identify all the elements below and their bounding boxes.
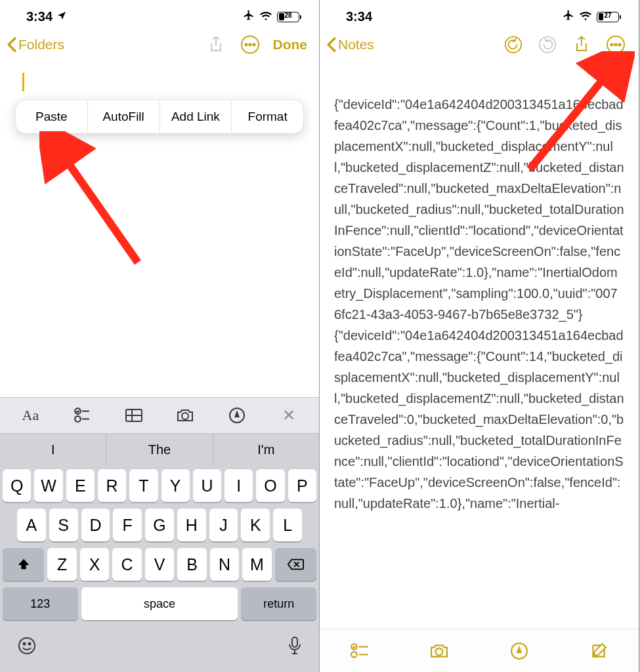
suggestion-2[interactable]: The: [106, 434, 213, 465]
dictation-button[interactable]: [288, 636, 302, 660]
key-h[interactable]: H: [177, 509, 206, 541]
paste-button[interactable]: Paste: [16, 100, 88, 133]
key-w[interactable]: W: [34, 469, 62, 502]
wifi-icon: [579, 9, 592, 24]
back-button[interactable]: Folders: [7, 37, 64, 52]
return-key[interactable]: return: [241, 587, 316, 620]
svg-point-22: [540, 37, 555, 52]
svg-point-1: [245, 43, 247, 45]
shift-key[interactable]: [3, 548, 44, 581]
suggestions-bar: I The I'm: [0, 434, 319, 465]
key-m[interactable]: M: [242, 548, 271, 581]
note-content[interactable]: {"deviceId":"04e1a642404d200313451a164ec…: [320, 62, 639, 514]
key-t[interactable]: T: [129, 469, 158, 502]
svg-point-13: [182, 413, 188, 419]
formatting-bar: Aa ✕: [0, 397, 319, 434]
key-k[interactable]: K: [241, 509, 270, 541]
nav-bar: Notes: [320, 28, 639, 62]
key-f[interactable]: F: [113, 509, 142, 541]
camera-button[interactable]: [425, 637, 454, 665]
phone-left: 3:34 28 Folders: [0, 0, 320, 672]
key-d[interactable]: D: [81, 509, 110, 541]
key-j[interactable]: J: [209, 509, 238, 541]
back-label: Notes: [338, 37, 374, 52]
key-i[interactable]: I: [224, 469, 253, 502]
status-bar: 3:34 27: [320, 0, 639, 28]
airplane-mode-icon: [563, 9, 574, 24]
key-row-2: ASDFGHJKL: [3, 509, 316, 541]
airplane-mode-icon: [243, 9, 255, 24]
checklist-button[interactable]: [345, 637, 374, 665]
more-button[interactable]: [239, 33, 261, 56]
keyboard: Aa ✕ I The I'm QWERTYUIOP ASDFGHJKL: [0, 397, 319, 672]
annotation-arrow: [39, 131, 158, 276]
suggestion-3[interactable]: I'm: [213, 434, 319, 465]
key-r[interactable]: R: [98, 469, 126, 502]
back-label: Folders: [18, 37, 64, 52]
context-menu: Paste AutoFill Add Link Format: [16, 100, 303, 133]
key-e[interactable]: E: [66, 469, 95, 502]
redo-button[interactable]: [536, 33, 559, 56]
share-button[interactable]: [205, 33, 227, 56]
done-button[interactable]: Done: [273, 37, 308, 52]
text-cursor: [22, 73, 24, 91]
svg-rect-20: [292, 637, 297, 647]
battery-icon: 28: [277, 12, 299, 22]
text-style-button[interactable]: Aa: [5, 402, 56, 429]
svg-point-24: [610, 43, 612, 45]
key-row-1: QWERTYUIOP: [3, 469, 316, 502]
format-button[interactable]: Format: [232, 100, 303, 133]
undo-button[interactable]: [502, 33, 524, 56]
svg-point-19: [29, 643, 31, 645]
key-l[interactable]: L: [273, 509, 302, 541]
key-c[interactable]: C: [112, 548, 141, 581]
backspace-key[interactable]: [275, 548, 316, 581]
svg-point-33: [436, 648, 443, 655]
key-u[interactable]: U: [193, 469, 221, 502]
table-button[interactable]: [108, 402, 159, 429]
share-button[interactable]: [570, 33, 593, 56]
key-x[interactable]: X: [80, 548, 109, 581]
key-p[interactable]: P: [288, 469, 316, 502]
key-row-3: ZXCVBNM: [3, 548, 316, 581]
key-v[interactable]: V: [145, 548, 174, 581]
markup-button[interactable]: [212, 402, 263, 429]
key-q[interactable]: Q: [3, 469, 31, 502]
add-link-button[interactable]: Add Link: [160, 100, 232, 133]
phone-right: 3:34 27 Notes: [320, 0, 639, 672]
numbers-key[interactable]: 123: [3, 587, 78, 620]
svg-point-3: [253, 43, 255, 45]
key-n[interactable]: N: [210, 548, 239, 581]
wifi-icon: [259, 9, 272, 24]
svg-point-2: [249, 43, 251, 45]
svg-line-5: [62, 154, 138, 262]
emoji-button[interactable]: [17, 636, 37, 660]
markup-button[interactable]: [505, 637, 534, 665]
key-o[interactable]: O: [256, 469, 284, 502]
key-z[interactable]: Z: [47, 548, 76, 581]
keyboard-bottom-row: [0, 629, 319, 672]
camera-button[interactable]: [160, 402, 211, 429]
battery-icon: 27: [597, 12, 619, 22]
svg-point-17: [19, 638, 35, 654]
status-time: 3:34: [346, 9, 372, 24]
svg-point-18: [24, 643, 26, 645]
more-button[interactable]: [605, 33, 627, 56]
key-g[interactable]: G: [145, 509, 174, 541]
space-key[interactable]: space: [81, 587, 238, 620]
status-time: 3:34: [26, 9, 53, 24]
key-b[interactable]: B: [177, 548, 206, 581]
svg-point-8: [75, 416, 81, 422]
key-y[interactable]: Y: [161, 469, 190, 502]
checklist-button[interactable]: [57, 402, 108, 429]
close-keyboard-toolbar-button[interactable]: ✕: [263, 402, 314, 429]
nav-bar: Folders Done: [0, 28, 319, 62]
compose-button[interactable]: [584, 637, 613, 665]
back-button[interactable]: Notes: [326, 37, 374, 52]
key-a[interactable]: A: [17, 509, 46, 541]
key-s[interactable]: S: [49, 509, 78, 541]
location-icon: [56, 9, 67, 24]
key-row-4: 123 space return: [3, 587, 316, 620]
suggestion-1[interactable]: I: [0, 434, 106, 465]
autofill-button[interactable]: AutoFill: [88, 100, 160, 133]
